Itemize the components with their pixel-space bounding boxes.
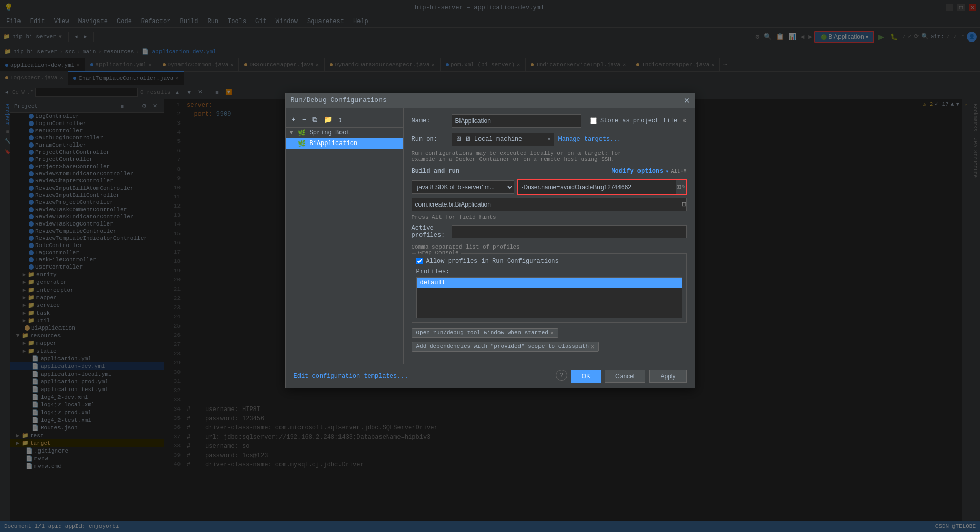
grep-legend: Grep Console xyxy=(416,250,461,256)
add-deps-chip[interactable]: Add dependencies with "provided" scope t… xyxy=(412,342,599,352)
help-button[interactable]: ? xyxy=(556,370,567,381)
cancel-button[interactable]: Cancel xyxy=(605,370,645,383)
build-run-section: Build and run Modify options ▾ Alt+M xyxy=(412,168,687,175)
vm-options-container: ⊞ ✎ xyxy=(517,179,687,195)
sort-config-button[interactable]: ↕ xyxy=(336,114,344,125)
store-as-project-label: Store as project file ⚙ xyxy=(590,117,686,125)
run-on-arrow: ▾ xyxy=(547,136,550,142)
modify-label: Modify options xyxy=(611,168,663,175)
modify-arrow: ▾ xyxy=(665,168,669,175)
profile-default[interactable]: default xyxy=(417,278,682,288)
remove-config-button[interactable]: − xyxy=(300,114,308,125)
footer-chips: Open run/debug tool window when started … xyxy=(412,328,687,352)
run-on-hint: Run configurations may be executed local… xyxy=(412,150,687,162)
sdk-select[interactable]: java 8 SDK of 'bi-server' m... xyxy=(412,180,514,194)
open-debug-chip[interactable]: Open run/debug tool window when started … xyxy=(412,328,558,338)
copy-config-button[interactable]: ⧉ xyxy=(310,114,319,125)
dialog-config-toolbar: + − ⧉ 📁 ↕ xyxy=(286,112,403,128)
run-on-value: 🖥 Local machine xyxy=(465,135,545,143)
name-input[interactable] xyxy=(452,114,582,128)
dialog-title-bar: Run/Debug Configurations ✕ xyxy=(286,93,695,108)
gear-icon[interactable]: ⚙ xyxy=(683,117,686,125)
spring-boot-icon: 🌿 xyxy=(298,129,306,137)
allow-profiles-checkbox[interactable] xyxy=(416,258,423,264)
dialog-body: + − ⧉ 📁 ↕ ▼ 🌿 Spring Boot 🌿 BiApplicatio… xyxy=(286,108,695,364)
run-on-label: Run on: xyxy=(412,136,448,143)
run-debug-dialog: Run/Debug Configurations ✕ + − ⧉ 📁 ↕ ▼ 🌿… xyxy=(285,93,695,388)
spring-boot-label: Spring Boot xyxy=(310,129,350,136)
bi-app-icon: 🌿 xyxy=(298,140,306,148)
add-deps-label: Add dependencies with "provided" scope t… xyxy=(416,343,589,350)
folder-config-button[interactable]: 📁 xyxy=(322,114,334,125)
edit-templates-link[interactable]: Edit configuration templates... xyxy=(294,373,408,380)
grep-console-section: Grep Console Allow profiles in Run Confi… xyxy=(412,253,687,323)
profiles-label: Profiles: xyxy=(416,268,682,275)
ok-button[interactable]: OK xyxy=(571,370,601,383)
profiles-box: default xyxy=(416,277,682,318)
tree-expand-spring: ▼ xyxy=(290,129,296,136)
dialog-config-panel: Name: Store as project file ⚙ Run on: 🖥 … xyxy=(404,108,695,364)
modify-options-link[interactable]: Modify options ▾ Alt+M xyxy=(611,168,686,175)
build-run-label: Build and run xyxy=(412,168,460,175)
store-as-project-checkbox[interactable] xyxy=(590,117,597,124)
allow-profiles-label: Allow profiles in Run Configurations xyxy=(416,258,682,265)
bi-app-label: BiApplication xyxy=(310,140,358,147)
run-on-select[interactable]: 🖥 🖥 Local machine ▾ xyxy=(452,133,554,146)
dialog-title: Run/Debug Configurations xyxy=(291,96,387,104)
main-class-row: ⊞ xyxy=(412,198,687,211)
manage-targets-link[interactable]: Manage targets... xyxy=(558,136,621,143)
vm-options-input[interactable] xyxy=(518,180,676,194)
open-debug-label: Open run/debug tool window when started xyxy=(416,330,548,336)
add-config-button[interactable]: + xyxy=(290,114,298,125)
name-row: Name: Store as project file ⚙ xyxy=(412,114,687,128)
alt-hint: Press Alt for field hints xyxy=(412,214,687,220)
dialog-overlay: Run/Debug Configurations ✕ + − ⧉ 📁 ↕ ▼ 🌿… xyxy=(0,0,980,532)
main-class-copy-btn[interactable]: ⊞ xyxy=(682,201,686,208)
dialog-tree-bi-application[interactable]: 🌿 BiApplication xyxy=(286,138,403,149)
dialog-tree-panel: + − ⧉ 📁 ↕ ▼ 🌿 Spring Boot 🌿 BiApplicatio… xyxy=(286,108,404,364)
main-class-container: ⊞ xyxy=(412,198,687,211)
apply-button[interactable]: Apply xyxy=(649,370,686,383)
modify-key: Alt+M xyxy=(671,169,686,174)
dialog-footer-left: Edit configuration templates... xyxy=(294,373,408,380)
name-label: Name: xyxy=(412,117,448,125)
run-on-row: Run on: 🖥 🖥 Local machine ▾ Manage targe… xyxy=(412,133,687,146)
dialog-close-button[interactable]: ✕ xyxy=(684,96,690,105)
allow-profiles-text: Allow profiles in Run Configurations xyxy=(426,258,559,265)
active-profiles-row: Active profiles: xyxy=(412,224,687,239)
sdk-vm-row: java 8 SDK of 'bi-server' m... ⊞ ✎ xyxy=(412,179,687,195)
machine-icon: 🖥 xyxy=(455,135,462,143)
dialog-footer: Edit configuration templates... ? OK Can… xyxy=(286,364,695,388)
active-profiles-label: Active profiles: xyxy=(412,224,448,239)
main-class-input[interactable] xyxy=(412,199,682,210)
vm-copy-button[interactable]: ⊞ xyxy=(676,183,681,190)
chip-close-2[interactable]: ✕ xyxy=(591,343,594,350)
store-as-project-text: Store as project file xyxy=(600,117,677,125)
chip-close-1[interactable]: ✕ xyxy=(550,330,554,336)
dialog-tree-spring-boot[interactable]: ▼ 🌿 Spring Boot xyxy=(286,128,403,138)
vm-expand-button[interactable]: ✎ xyxy=(681,183,686,190)
active-profiles-input[interactable] xyxy=(452,225,687,238)
dialog-footer-right: ? OK Cancel Apply xyxy=(556,370,687,383)
